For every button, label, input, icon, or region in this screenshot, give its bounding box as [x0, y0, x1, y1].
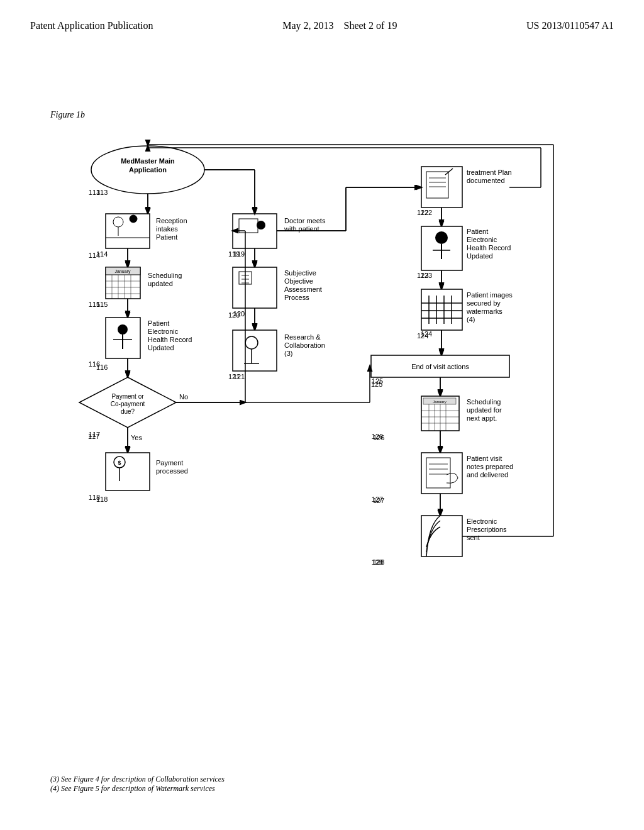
svg-text:watermarks: watermarks	[466, 307, 502, 315]
svg-rect-75	[233, 330, 277, 371]
svg-text:Electronic: Electronic	[148, 328, 179, 335]
svg-text:End of visit actions: End of visit actions	[411, 363, 469, 370]
svg-text:documented: documented	[467, 177, 505, 184]
svg-text:123: 123	[417, 272, 428, 279]
svg-text:114: 114	[96, 250, 108, 258]
svg-text:Research &: Research &	[284, 333, 321, 341]
svg-text:Reception: Reception	[156, 217, 187, 224]
svg-text:Scheduling: Scheduling	[148, 272, 182, 279]
svg-text:125: 125	[371, 380, 382, 388]
diagram-area: MedMaster Main Application 113 Reception…	[38, 132, 604, 773]
figure-label: Figure 1b	[50, 110, 85, 120]
svg-text:due?: due?	[121, 408, 135, 415]
svg-text:Patient visit: Patient visit	[467, 455, 502, 462]
svg-text:(4): (4)	[467, 316, 475, 323]
svg-text:122: 122	[417, 209, 428, 216]
svg-text:118: 118	[96, 495, 108, 503]
svg-text:Electronic: Electronic	[467, 517, 497, 525]
svg-text:updated for: updated for	[467, 406, 502, 414]
svg-text:Patient: Patient	[156, 233, 177, 241]
svg-point-57	[257, 221, 265, 230]
footnote-2: (4) See Figure 5 for description of Wate…	[50, 784, 225, 794]
svg-text:Yes: Yes	[131, 434, 142, 441]
svg-text:127: 127	[373, 497, 384, 504]
svg-text:121: 121	[228, 373, 240, 380]
svg-rect-83	[421, 167, 462, 208]
svg-text:notes prepared: notes prepared	[467, 463, 513, 470]
svg-text:124: 124	[417, 332, 428, 340]
svg-text:Prescriptions: Prescriptions	[467, 526, 507, 533]
svg-text:113: 113	[96, 189, 108, 196]
header-date-sheet: May 2, 2013 Sheet 2 of 19	[282, 20, 397, 31]
svg-point-30	[118, 324, 128, 335]
svg-text:MedMaster Main: MedMaster Main	[121, 157, 175, 165]
svg-text:Collaboration: Collaboration	[284, 341, 325, 349]
svg-text:126: 126	[373, 434, 384, 441]
svg-text:Doctor meets: Doctor meets	[284, 217, 326, 224]
svg-text:Objective: Objective	[284, 277, 313, 285]
svg-rect-103	[421, 289, 462, 330]
svg-text:Scheduling: Scheduling	[467, 398, 501, 406]
svg-text:Patient: Patient	[148, 319, 169, 327]
svg-text:sent: sent	[467, 534, 480, 541]
svg-text:Updated: Updated	[467, 252, 493, 260]
svg-text:January: January	[433, 400, 446, 404]
svg-text:(3): (3)	[284, 350, 292, 357]
svg-text:117: 117	[88, 433, 99, 440]
svg-text:119: 119	[228, 250, 240, 258]
svg-text:intakes: intakes	[156, 225, 178, 233]
svg-text:secured by: secured by	[467, 299, 501, 307]
svg-point-94	[435, 231, 448, 244]
svg-point-9	[130, 215, 137, 223]
svg-text:Co-payment: Co-payment	[111, 401, 145, 407]
svg-text:Application: Application	[129, 166, 167, 174]
svg-text:No: No	[179, 393, 188, 401]
svg-text:Payment: Payment	[156, 459, 183, 467]
svg-text:Updated: Updated	[148, 344, 174, 351]
svg-text:Electronic: Electronic	[467, 236, 497, 243]
svg-rect-5	[106, 214, 150, 248]
header-patent-number: US 2013/0110547 A1	[526, 20, 614, 31]
svg-text:January: January	[115, 269, 131, 274]
svg-text:processed: processed	[156, 467, 188, 475]
svg-text:next appt.: next appt.	[467, 414, 497, 422]
svg-text:Process: Process	[284, 294, 309, 301]
page-header: Patent Application Publication May 2, 20…	[0, 0, 644, 31]
svg-text:120: 120	[228, 311, 240, 319]
footnote-1: (3) See Figure 4 for description of Coll…	[50, 775, 225, 784]
svg-text:Patient images: Patient images	[467, 291, 513, 299]
svg-text:Assessment: Assessment	[284, 285, 322, 293]
svg-text:Health Record: Health Record	[148, 336, 192, 343]
header-publication-type: Patent Application Publication	[30, 20, 153, 31]
svg-rect-136	[421, 453, 462, 494]
svg-text:Patient: Patient	[467, 228, 488, 235]
svg-text:updated: updated	[148, 280, 173, 287]
svg-text:$: $	[118, 460, 121, 466]
svg-text:Health Record: Health Record	[467, 244, 511, 252]
svg-rect-146	[421, 516, 462, 556]
footnotes: (3) See Figure 4 for description of Coll…	[50, 775, 225, 794]
svg-text:with patient: with patient	[284, 225, 319, 233]
svg-text:Payment or: Payment or	[111, 393, 144, 400]
svg-text:and delivered: and delivered	[467, 471, 508, 479]
svg-text:Subjective: Subjective	[284, 269, 316, 277]
svg-rect-48	[106, 453, 150, 490]
svg-text:128: 128	[373, 558, 384, 566]
svg-text:115: 115	[96, 301, 108, 308]
svg-text:treatment Plan: treatment Plan	[467, 169, 512, 176]
svg-text:116: 116	[96, 363, 108, 371]
